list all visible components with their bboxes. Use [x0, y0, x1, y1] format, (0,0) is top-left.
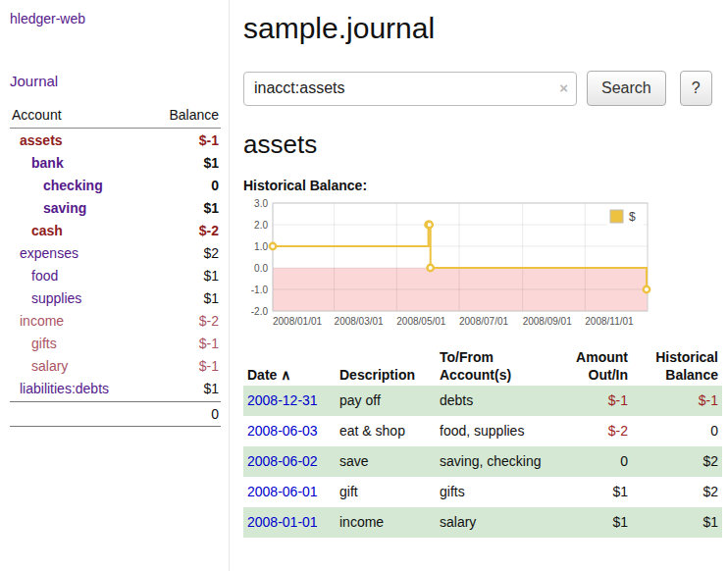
account-link[interactable]: bank	[12, 155, 64, 171]
transaction-balance: $2	[632, 477, 722, 507]
transaction-date-cell: 2008-06-02	[243, 446, 336, 477]
sort-ascending-icon: ∧	[281, 367, 290, 383]
transaction-description: pay off	[336, 386, 436, 416]
transaction-date-cell: 2008-01-01	[243, 507, 336, 538]
accounts-body: assets$-1bank$1checking0saving$1cash$-2e…	[10, 129, 221, 399]
col-header-date-label: Date	[247, 367, 277, 383]
transaction-date-link[interactable]: 2008-06-01	[247, 484, 318, 499]
register-row: 2008-06-01giftgifts$1$2	[243, 477, 722, 507]
help-button[interactable]: ?	[680, 71, 712, 106]
svg-text:2.0: 2.0	[254, 220, 268, 231]
account-balance: $1	[203, 268, 219, 284]
svg-text:2008/01/01: 2008/01/01	[273, 316, 322, 327]
legend-swatch-icon	[610, 210, 623, 223]
col-header-description[interactable]: Description	[336, 346, 436, 386]
account-heading: assets	[243, 130, 728, 160]
account-balance: $1	[203, 155, 219, 171]
transaction-balance: $2	[632, 446, 722, 477]
transaction-date-link[interactable]: 2008-01-01	[247, 514, 318, 530]
svg-text:-2.0: -2.0	[251, 306, 269, 317]
search-input[interactable]	[243, 72, 577, 106]
account-row: saving$1	[10, 196, 221, 219]
account-balance: $-1	[199, 132, 219, 148]
data-point-marker	[270, 243, 276, 249]
transaction-amount: $-2	[547, 416, 632, 446]
page-title: sample.journal	[243, 12, 728, 45]
data-point-marker	[427, 222, 433, 228]
data-point-marker	[644, 286, 650, 292]
account-row: bank$1	[10, 151, 221, 174]
account-row: cash$-2	[10, 219, 221, 241]
transaction-accounts: food, supplies	[436, 416, 547, 446]
transaction-description: gift	[336, 477, 436, 507]
transaction-date-link[interactable]: 2008-06-02	[247, 453, 318, 469]
legend-label: $	[629, 210, 636, 224]
main-content: sample.journal × Search ? assets Histori…	[243, 0, 728, 538]
accounts-table: Account Balance assets$-1bank$1checking0…	[10, 105, 221, 427]
transaction-amount: 0	[547, 446, 632, 477]
col-header-balance[interactable]: Historical Balance	[632, 346, 722, 386]
account-row: checking0	[10, 174, 221, 196]
account-row: assets$-1	[10, 129, 221, 151]
register-row: 2008-01-01incomesalary$1$1	[243, 507, 722, 538]
app-title-link[interactable]: hledger-web	[10, 11, 85, 26]
account-row: gifts$-1	[10, 332, 221, 354]
account-link[interactable]: gifts	[12, 336, 57, 351]
account-link[interactable]: assets	[12, 132, 63, 148]
search-bar: × Search ?	[243, 71, 728, 106]
transaction-description: save	[336, 446, 436, 477]
balance-chart: 3.02.01.00.0-1.0-2.02008/01/012008/03/01…	[243, 195, 655, 333]
account-link[interactable]: food	[12, 268, 58, 284]
account-balance: $1	[203, 200, 219, 216]
accounts-table-header: Account Balance	[10, 105, 221, 129]
account-balance: $-2	[199, 223, 219, 238]
col-header-amount[interactable]: Amount Out/In	[547, 346, 632, 386]
account-balance: $2	[203, 245, 219, 261]
chart-title: Historical Balance:	[243, 178, 728, 193]
account-balance: 0	[211, 178, 219, 193]
transaction-amount: $1	[547, 507, 632, 538]
account-link[interactable]: income	[12, 313, 64, 329]
accounts-header-account: Account	[12, 107, 62, 123]
account-balance: $-1	[199, 358, 219, 374]
transaction-date-cell: 2008-12-31	[243, 386, 336, 416]
register-body: 2008-12-31pay offdebts$-1$-12008-06-03ea…	[243, 386, 722, 537]
transaction-balance: $1	[632, 507, 722, 538]
accounts-header-balance: Balance	[169, 107, 219, 123]
account-balance: $-1	[199, 336, 219, 351]
transaction-description: eat & shop	[336, 416, 436, 446]
transaction-balance: 0	[632, 416, 722, 446]
account-row: liabilities:debts$1	[10, 377, 221, 399]
account-balance: $-2	[199, 313, 219, 329]
account-link[interactable]: liabilities:debts	[12, 381, 109, 396]
register-row: 2008-06-03eat & shopfood, supplies$-20	[243, 416, 722, 446]
nav-journal-link[interactable]: Journal	[10, 73, 221, 89]
data-point-marker	[428, 265, 434, 271]
transaction-amount: $1	[547, 477, 632, 507]
transaction-accounts: saving, checking	[436, 446, 547, 477]
col-header-date[interactable]: Date ∧	[243, 346, 336, 386]
svg-text:2008/03/01: 2008/03/01	[335, 316, 384, 327]
clear-search-icon[interactable]: ×	[559, 79, 568, 96]
account-link[interactable]: checking	[12, 178, 103, 193]
transaction-date-cell: 2008-06-03	[243, 416, 336, 446]
account-row: income$-2	[10, 309, 221, 332]
account-link[interactable]: supplies	[12, 290, 81, 306]
transaction-description: income	[336, 507, 436, 538]
account-row: supplies$1	[10, 286, 221, 309]
transaction-date-link[interactable]: 2008-06-03	[247, 423, 318, 439]
search-button[interactable]: Search	[587, 71, 666, 106]
account-link[interactable]: expenses	[12, 245, 78, 261]
register-row: 2008-06-02savesaving, checking0$2	[243, 446, 722, 477]
transaction-accounts: gifts	[436, 477, 547, 507]
account-link[interactable]: saving	[12, 200, 86, 216]
transaction-date-link[interactable]: 2008-12-31	[247, 392, 318, 408]
register-table: Date ∧ Description To/From Account(s) Am…	[243, 346, 722, 538]
col-header-accounts[interactable]: To/From Account(s)	[436, 346, 547, 386]
register-row: 2008-12-31pay offdebts$-1$-1	[243, 386, 722, 416]
account-link[interactable]: cash	[12, 223, 63, 238]
account-link[interactable]: salary	[12, 358, 68, 374]
transaction-balance: $-1	[632, 386, 722, 416]
svg-text:-1.0: -1.0	[251, 285, 269, 295]
account-row: salary$-1	[10, 354, 221, 377]
